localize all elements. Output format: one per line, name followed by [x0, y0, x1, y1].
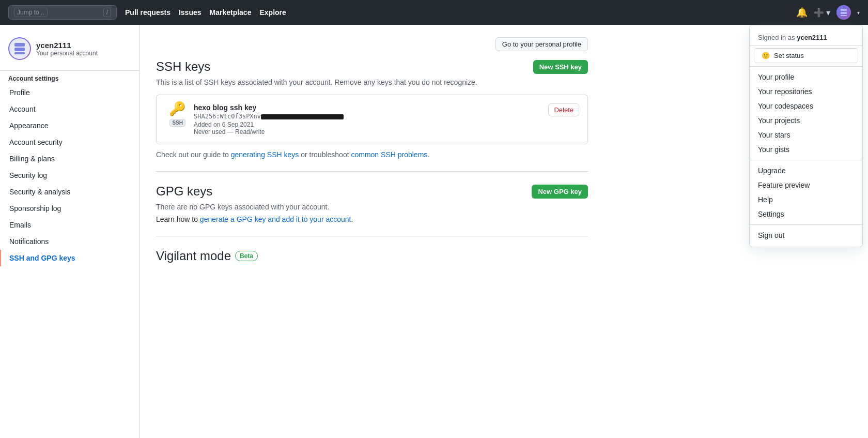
dropdown-your-projects[interactable]: Your projects	[750, 113, 862, 128]
avatar-inner	[9, 38, 30, 59]
ssh-badge: SSH	[169, 119, 185, 127]
sidebar-item-profile[interactable]: Profile	[0, 84, 139, 101]
set-status-label: Set status	[774, 52, 804, 59]
dropdown-help[interactable]: Help	[750, 192, 862, 207]
dropdown-your-profile[interactable]: Your profile	[750, 70, 862, 84]
gpg-learn-end: .	[351, 215, 353, 223]
sidebar-item-security-log[interactable]: Security log	[0, 167, 139, 184]
user-dropdown: Signed in as ycen2111 🙂 Set status Your …	[749, 25, 863, 247]
dropdown-feature-preview[interactable]: Feature preview	[750, 178, 862, 192]
vigilant-header: Vigilant mode Beta	[156, 249, 588, 263]
svg-rect-4	[14, 48, 25, 51]
sidebar-subtitle: Your personal account	[36, 50, 98, 57]
nav-pull-requests[interactable]: Pull requests	[125, 8, 171, 17]
key-usage: Never used — Read/write	[194, 128, 540, 135]
vigilant-title: Vigilant mode	[156, 249, 231, 263]
section-divider-1	[156, 171, 588, 172]
key-title: hexo blog ssh key	[194, 103, 540, 112]
gpg-empty-text: There are no GPG keys associated with yo…	[156, 203, 588, 211]
search-text: Jump to...	[14, 8, 48, 17]
guide-end: .	[427, 150, 429, 159]
key-icon-wrapper: 🔑 SSH	[165, 103, 185, 124]
header-profile-row: Go to your personal profile	[156, 37, 588, 51]
dropdown-username: ycen2111	[797, 34, 827, 41]
bell-icon[interactable]: 🔔	[796, 7, 808, 18]
sidebar-item-sponsorship-log[interactable]: Sponsorship log	[0, 200, 139, 217]
gpg-learn-text: Learn how to generate a GPG key and add …	[156, 215, 588, 223]
dropdown-your-gists[interactable]: Your gists	[750, 142, 862, 157]
dropdown-your-stars[interactable]: Your stars	[750, 128, 862, 142]
new-gpg-key-button[interactable]: New GPG key	[532, 185, 588, 199]
sidebar-item-account-security[interactable]: Account security	[0, 134, 139, 150]
fingerprint-prefix: SHA256:Wtc0f3sPXnv	[194, 113, 261, 120]
avatar-chevron[interactable]: ▾	[857, 10, 860, 16]
key-added: Added on 6 Sep 2021	[194, 121, 540, 128]
sidebar-item-security-analysis[interactable]: Security & analysis	[0, 184, 139, 200]
personal-profile-button[interactable]: Go to your personal profile	[495, 37, 588, 51]
sidebar-user: ycen2111 Your personal account	[0, 37, 139, 68]
ssh-section: SSH keys New SSH key This is a list of S…	[156, 59, 588, 159]
gpg-title: GPG keys	[156, 184, 212, 199]
plus-button[interactable]: ➕ ▾	[814, 8, 830, 18]
sidebar-item-ssh-gpg[interactable]: SSH and GPG keys	[0, 250, 139, 266]
topnav-links: Pull requests Issues Marketplace Explore	[125, 8, 286, 17]
guide-text: Check out our guide to generating SSH ke…	[156, 150, 588, 159]
guide-prefix: Check out our guide to	[156, 150, 231, 159]
dropdown-header: Signed in as ycen2111	[750, 29, 862, 46]
divider-3	[750, 224, 862, 225]
guide-middle: or troubleshoot	[299, 150, 351, 159]
sidebar-username: ycen2111	[36, 41, 98, 50]
nav-explore[interactable]: Explore	[259, 8, 286, 17]
smiley-icon: 🙂	[762, 52, 770, 59]
dropdown-sign-out[interactable]: Sign out	[750, 228, 862, 243]
page-wrapper: ycen2111 Your personal account Account s…	[0, 25, 868, 438]
nav-marketplace[interactable]: Marketplace	[210, 8, 252, 17]
ssh-key-card: 🔑 SSH hexo blog ssh key SHA256:Wtc0f3sPX…	[156, 95, 588, 144]
gpg-section: GPG keys New GPG key There are no GPG ke…	[156, 184, 588, 223]
svg-rect-3	[14, 43, 25, 47]
dropdown-settings[interactable]: Settings	[750, 207, 862, 221]
avatar-image	[836, 5, 851, 20]
sidebar-user-info: ycen2111 Your personal account	[36, 41, 98, 57]
sidebar-heading: Account settings	[0, 70, 139, 84]
key-icon: 🔑	[169, 101, 185, 117]
topnav: Jump to... / Pull requests Issues Market…	[0, 0, 868, 25]
sidebar-avatar	[8, 37, 31, 60]
access-text: Read/write	[235, 128, 265, 135]
set-status-button[interactable]: 🙂 Set status	[754, 48, 858, 63]
dropdown-your-codespaces[interactable]: Your codespaces	[750, 99, 862, 113]
sidebar-item-notifications[interactable]: Notifications	[0, 233, 139, 250]
section-divider-2	[156, 236, 588, 236]
dropdown-your-repositories[interactable]: Your repositories	[750, 84, 862, 99]
sidebar-item-appearance[interactable]: Appearance	[0, 117, 139, 134]
common-ssh-problems-link[interactable]: common SSH problems	[351, 150, 427, 159]
new-ssh-key-button[interactable]: New SSH key	[533, 60, 588, 74]
usage-text: Never used	[194, 128, 225, 135]
svg-rect-5	[14, 52, 25, 54]
user-avatar[interactable]	[836, 5, 851, 20]
svg-rect-0	[841, 9, 847, 11]
delete-key-button[interactable]: Delete	[548, 103, 579, 116]
divider-2	[750, 160, 862, 160]
dropdown-upgrade[interactable]: Upgrade	[750, 163, 862, 178]
ssh-header-row: SSH keys New SSH key	[156, 59, 588, 74]
search-shortcut: /	[103, 8, 111, 17]
sidebar-item-emails[interactable]: Emails	[0, 217, 139, 233]
signed-in-label: Signed in as	[758, 34, 795, 41]
ssh-description: This is a list of SSH keys associated wi…	[156, 78, 588, 86]
sidebar-item-billing[interactable]: Billing & plans	[0, 150, 139, 167]
search-box[interactable]: Jump to... /	[8, 5, 117, 20]
ssh-title: SSH keys	[156, 59, 210, 74]
usage-separator: —	[227, 128, 235, 135]
vigilant-section: Vigilant mode Beta	[156, 249, 588, 263]
key-info: hexo blog ssh key SHA256:Wtc0f3sPXnv Add…	[194, 103, 540, 135]
generating-ssh-keys-link[interactable]: generating SSH keys	[231, 150, 299, 159]
gpg-learn-link[interactable]: generate a GPG key and add it to your ac…	[200, 215, 351, 223]
gpg-header-row: GPG keys New GPG key	[156, 184, 588, 199]
sidebar-item-account[interactable]: Account	[0, 101, 139, 117]
sidebar: ycen2111 Your personal account Account s…	[0, 25, 140, 438]
nav-issues[interactable]: Issues	[179, 8, 202, 17]
main-content: Go to your personal profile SSH keys New…	[140, 25, 605, 438]
topnav-right: 🔔 ➕ ▾ ▾	[796, 5, 860, 20]
fingerprint-censored	[261, 114, 344, 119]
